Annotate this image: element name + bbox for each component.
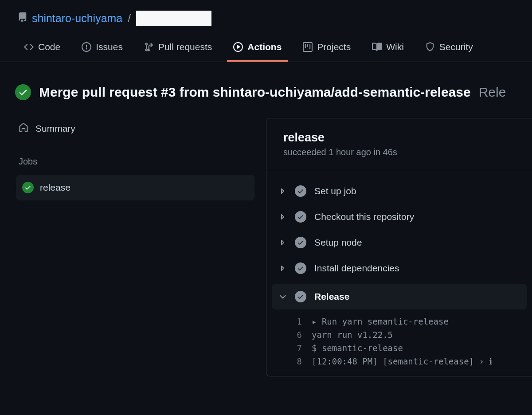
- wiki-icon: [372, 42, 382, 52]
- job-panel: release succeeded 1 hour ago in 46s Set …: [266, 118, 532, 376]
- log-line[interactable]: 1 ▸ Run yarn semantic-release: [289, 315, 532, 328]
- workflow-title-suffix: Rele: [479, 85, 506, 100]
- step-checkout[interactable]: Checkout this repository: [266, 204, 532, 230]
- status-success-icon: [295, 237, 306, 248]
- step-label: Install dependencies: [314, 263, 399, 274]
- tab-label: Issues: [96, 42, 123, 52]
- log-line-number: 1: [289, 317, 302, 326]
- repo-icon: [18, 12, 27, 25]
- repo-tabnav: Code Issues Pull requests Actions Projec…: [0, 34, 532, 62]
- breadcrumb-repo-redacted: [136, 11, 211, 26]
- tab-label: Code: [38, 42, 60, 52]
- breadcrumb-owner-link[interactable]: shintaro-uchiyama: [32, 12, 122, 25]
- job-steps-list: Set up job Checkout this repository Se: [266, 170, 532, 376]
- step-install[interactable]: Install dependencies: [266, 255, 532, 281]
- workflow-sidebar: Summary Jobs release: [4, 118, 266, 376]
- job-title: release: [283, 131, 515, 145]
- workflow-title: Merge pull request #3 from shintaro-uchi…: [39, 85, 471, 100]
- tab-pulls[interactable]: Pull requests: [138, 34, 218, 62]
- projects-icon: [303, 42, 313, 52]
- home-icon: [19, 122, 28, 134]
- breadcrumb: shintaro-uchiyama /: [0, 0, 532, 34]
- tab-actions[interactable]: Actions: [227, 34, 288, 62]
- tab-label: Actions: [247, 42, 282, 52]
- status-success-icon: [295, 211, 306, 223]
- sidebar-item-label: Summary: [35, 123, 75, 134]
- log-line-text: $ semantic-release: [312, 343, 532, 353]
- tab-projects[interactable]: Projects: [297, 34, 357, 62]
- tab-issues[interactable]: Issues: [75, 34, 129, 62]
- log-line[interactable]: 7 $ semantic-release: [289, 341, 532, 355]
- pull-request-icon: [144, 42, 154, 52]
- chevron-right-icon: [279, 213, 287, 220]
- tab-wiki[interactable]: Wiki: [366, 34, 410, 62]
- step-setup-node[interactable]: Setup node: [266, 230, 532, 255]
- sidebar-item-summary[interactable]: Summary: [16, 118, 254, 139]
- log-line-number: 8: [289, 356, 302, 366]
- step-label: Release: [314, 291, 349, 302]
- log-line-number: 7: [289, 343, 302, 353]
- step-label: Set up job: [314, 186, 356, 196]
- actions-icon: [233, 42, 243, 52]
- step-label: Setup node: [314, 237, 362, 248]
- status-success-icon: [295, 262, 306, 274]
- step-label: Checkout this repository: [314, 211, 414, 222]
- log-line-text: [12:00:48 PM] [semantic-release] › ℹ: [312, 356, 532, 366]
- code-icon: [24, 42, 34, 52]
- tab-label: Wiki: [386, 42, 404, 52]
- status-success-icon: [22, 182, 34, 193]
- log-line[interactable]: 6 yarn run v1.22.5: [289, 328, 532, 341]
- status-success-icon: [295, 185, 306, 197]
- status-success-icon: [15, 84, 31, 100]
- workflow-run-header: Merge pull request #3 from shintaro-uchi…: [0, 62, 532, 109]
- job-subtitle: succeeded 1 hour ago in 46s: [283, 147, 515, 157]
- job-header: release succeeded 1 hour ago in 46s: [266, 118, 532, 170]
- tab-label: Projects: [317, 42, 351, 52]
- log-line[interactable]: 8 [12:00:48 PM] [semantic-release] › ℹ: [289, 355, 532, 368]
- tab-label: Security: [439, 42, 473, 52]
- sidebar-item-label: release: [40, 182, 70, 193]
- chevron-right-icon: [279, 239, 287, 246]
- breadcrumb-separator: /: [128, 12, 131, 25]
- step-setup-job[interactable]: Set up job: [266, 178, 532, 204]
- tab-label: Pull requests: [158, 42, 212, 52]
- log-line-text: ▸ Run yarn semantic-release: [312, 317, 532, 326]
- tab-code[interactable]: Code: [18, 34, 66, 62]
- security-icon: [425, 42, 435, 52]
- sidebar-item-job-release[interactable]: release: [16, 175, 254, 200]
- status-success-icon: [295, 291, 306, 302]
- chevron-down-icon: [279, 293, 287, 301]
- step-log: 1 ▸ Run yarn semantic-release 6 yarn run…: [266, 309, 532, 368]
- sidebar-section-jobs: Jobs: [16, 139, 254, 175]
- step-release[interactable]: Release: [272, 284, 527, 309]
- chevron-right-icon: [279, 188, 287, 195]
- tab-security[interactable]: Security: [419, 34, 479, 62]
- log-line-number: 6: [289, 330, 302, 340]
- log-line-text: yarn run v1.22.5: [312, 330, 532, 340]
- chevron-right-icon: [279, 265, 287, 272]
- issue-icon: [82, 42, 91, 52]
